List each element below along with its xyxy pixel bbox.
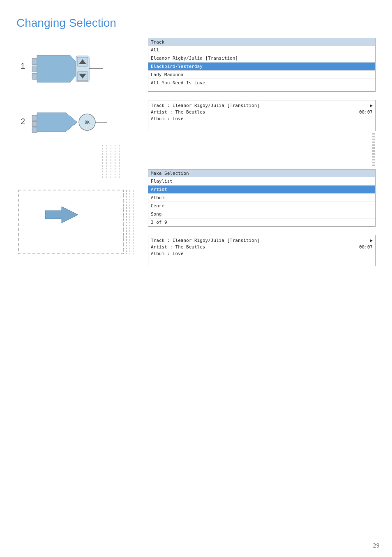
now-playing-panel-1: Track : Eleanor Rigby/Julia [Transition]… <box>148 100 376 131</box>
vert-lines-right <box>372 133 375 166</box>
track-item-3[interactable]: Lady Madonna <box>148 71 375 79</box>
svg-rect-0 <box>32 58 37 65</box>
now-playing-panel-2: Track : Eleanor Rigby/Julia [Transition]… <box>148 235 376 266</box>
step1-area: 1 <box>16 38 140 91</box>
connectors-svg <box>21 145 140 178</box>
info-row-track-1: Track : Eleanor Rigby/Julia [Transition]… <box>151 103 373 108</box>
svg-rect-2 <box>32 73 37 79</box>
artist-info-2: Artist : The Beatles <box>151 244 205 250</box>
page-container: Changing Selection 1 <box>0 0 392 557</box>
page-title: Changing Selection <box>16 16 376 30</box>
track-item-2-selected[interactable]: Blackbird/Yesterday <box>148 63 375 71</box>
step1-label: 1 <box>21 61 25 70</box>
selection-item-album[interactable]: Album <box>148 194 375 202</box>
track-item-empty <box>148 87 375 91</box>
selection-counter: 3 of 9 <box>148 218 375 226</box>
info-row-track-2: Track : Eleanor Rigby/Julia [Transition]… <box>151 238 373 243</box>
time-1: 00:07 <box>359 109 373 115</box>
svg-rect-10 <box>32 115 37 121</box>
selection-item-artist[interactable]: Artist <box>148 186 375 194</box>
right-panels: Track All Eleanor Rigby/Julia [Transitio… <box>148 38 376 268</box>
dashed-box-svg <box>16 182 136 256</box>
time-2: 00:07 <box>359 244 373 250</box>
album-info-2: Album : Love <box>151 251 183 256</box>
track-item-4[interactable]: All You Need Is Love <box>148 79 375 87</box>
track-label-1: Track : Eleanor Rigby/Julia [Transition] <box>151 103 260 108</box>
svg-text:OK: OK <box>85 120 90 125</box>
step1-svg: 1 <box>16 38 136 91</box>
track-label-2: Track : Eleanor Rigby/Julia [Transition] <box>151 238 260 243</box>
artist-info-1: Artist : The Beatles <box>151 109 205 115</box>
svg-rect-11 <box>32 121 37 127</box>
album-label-1: Album : Love <box>151 116 183 121</box>
left-diagrams: 1 <box>16 38 140 268</box>
step2-svg: 2 OK <box>16 104 136 141</box>
track-panel-header: Track <box>148 38 375 46</box>
step2-area: 2 OK <box>16 104 140 141</box>
info-row-album-1: Album : Love <box>151 116 373 121</box>
main-section: 1 <box>16 38 376 268</box>
vert-connector-right <box>148 133 376 136</box>
info-row-album-2: Album : Love <box>151 251 373 256</box>
selection-item-song[interactable]: Song <box>148 210 375 218</box>
track-panel: Track All Eleanor Rigby/Julia [Transitio… <box>148 38 376 92</box>
track-item-1[interactable]: Eleanor Rigby/Julia [Transition] <box>148 54 375 63</box>
play-icon-1: ▶ <box>370 103 373 108</box>
track-info-2: Track : Eleanor Rigby/Julia [Transition] <box>151 238 260 243</box>
svg-rect-22 <box>18 190 123 254</box>
artist-label-1: Artist : The Beatles <box>151 109 205 115</box>
dashed-box-container <box>16 182 140 256</box>
play-icon-2: ▶ <box>370 238 373 243</box>
vertical-connectors <box>21 145 140 178</box>
track-item-0[interactable]: All <box>148 46 375 54</box>
artist-label-2: Artist : The Beatles <box>151 244 205 250</box>
svg-rect-12 <box>32 128 37 133</box>
album-label-2: Album : Love <box>151 251 183 256</box>
track-info-1: Track : Eleanor Rigby/Julia [Transition] <box>151 103 260 108</box>
selection-item-playlist[interactable]: Playlist <box>148 177 375 186</box>
svg-rect-1 <box>32 66 37 72</box>
svg-marker-3 <box>37 55 82 82</box>
album-info-1: Album : Love <box>151 116 183 121</box>
make-selection-header: Make Selection <box>148 169 375 177</box>
info-row-artist-1: Artist : The Beatles 00:07 <box>151 109 373 115</box>
page-number: 29 <box>373 542 380 549</box>
svg-marker-13 <box>37 113 77 132</box>
info-row-artist-2: Artist : The Beatles 00:07 <box>151 244 373 250</box>
svg-marker-23 <box>45 207 78 223</box>
make-selection-panel: Make Selection Playlist Artist Album Gen… <box>148 169 376 227</box>
selection-item-genre[interactable]: Genre <box>148 202 375 210</box>
step2-label: 2 <box>21 117 25 126</box>
